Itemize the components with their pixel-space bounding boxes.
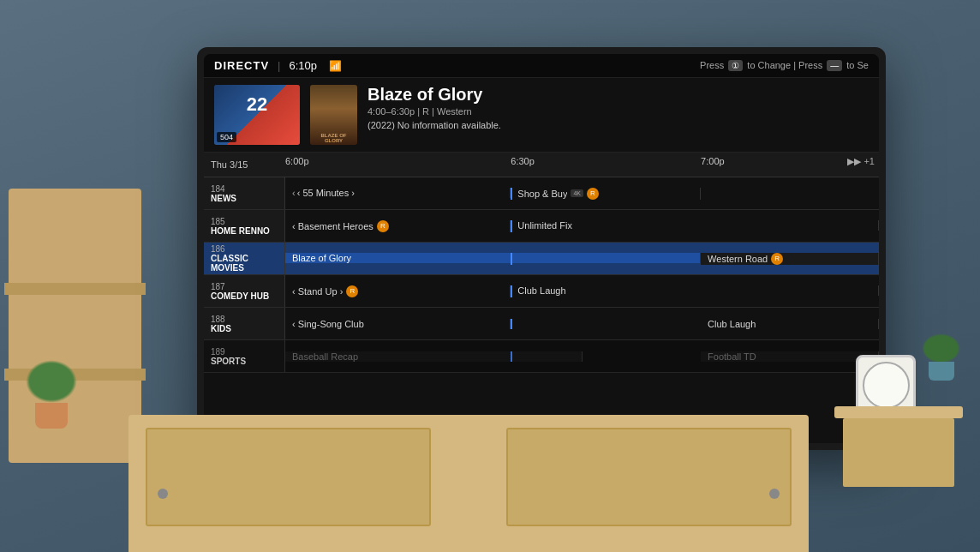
channel-number-187: 187 (211, 282, 278, 291)
tv-frame: DIRECTV | 6:10p 📶 Press ① to Change | Pr… (197, 47, 886, 450)
show-genre: Western (437, 106, 472, 117)
program-singsong[interactable]: ‹ Sing-Song Club (285, 319, 511, 329)
channel-name-188: KIDS (211, 324, 278, 333)
show-rating: R (422, 106, 429, 117)
current-time-indicator (511, 188, 512, 200)
channel-number-189: 189 (211, 347, 278, 357)
dtv-header: DIRECTV | 6:10p 📶 Press ① to Change | Pr… (204, 54, 879, 78)
wifi-icon: 📶 (329, 60, 342, 72)
key-badge-1: ① (728, 60, 743, 71)
program-football[interactable]: Football TD (701, 351, 879, 362)
small-plant (924, 333, 959, 381)
channel-label-189[interactable]: 189 SPORTS (204, 340, 285, 372)
badge-r: R (587, 188, 599, 200)
header-help: Press ① to Change | Press — to Se (700, 60, 869, 71)
program-blaze-glory[interactable]: Blaze of Glory (285, 253, 701, 263)
left-shelf (0, 120, 154, 463)
badge-r-186: R (771, 253, 783, 265)
badge-r-187: R (346, 285, 358, 297)
program-standup[interactable]: ‹ Stand Up › R (285, 285, 511, 297)
info-panel: 22 504 BLAZE OF GLORY Blaze of Glory 4:0… (204, 78, 879, 153)
directv-logo: DIRECTV (214, 59, 269, 72)
program-western-road[interactable]: Western Road R (701, 253, 879, 265)
current-time-indicator-187 (511, 285, 512, 297)
shelf-unit (9, 189, 141, 463)
program-unlimited-fix[interactable]: Unlimited Fix (511, 220, 879, 231)
timeline-7pm: 7:00p (701, 156, 725, 166)
current-time-indicator-186 (511, 253, 512, 265)
dresser-left-knob (158, 489, 168, 499)
show-meta: 4:00–6:30p | R | Western (368, 106, 869, 117)
shelf-board-1 (4, 283, 146, 295)
timeline-6pm: 6:00p (285, 156, 309, 166)
current-time: 6:10p (289, 59, 317, 72)
timeline-nav[interactable]: ▶▶ +1 (847, 156, 875, 167)
timeline-630pm: 6:30p (511, 156, 535, 166)
guide-row-188: 188 KIDS ‹ Sing-Song Club (204, 308, 879, 340)
program-club-laugh-187[interactable]: Club Laugh (511, 285, 879, 296)
guide-row-184: 184 NEWS ‹ 55 Minutes › (204, 177, 879, 210)
programs-186: Blaze of Glory Western Road R (285, 253, 879, 265)
channel-label-187[interactable]: 187 COMEDY HUB (204, 275, 285, 307)
badge-4k: 4K (571, 189, 583, 197)
channel-number-184: 184 (211, 184, 278, 194)
channel-label-185[interactable]: 185 HOME RENNO (204, 210, 285, 242)
timeline-date: Thu 3/15 (211, 159, 248, 170)
channel-name-187: COMEDY HUB (211, 291, 278, 301)
room: DIRECTV | 6:10p 📶 Press ① to Change | Pr… (0, 0, 980, 552)
guide-row-189: 189 SPORTS Baseball Recap (204, 340, 879, 373)
channel-number-185: 185 (211, 217, 278, 226)
guide-timeline: Thu 3/15 6:00p 6:30p 7:00p ▶▶ +1 (204, 153, 879, 177)
side-table-top (834, 406, 963, 418)
tv-screen: DIRECTV | 6:10p 📶 Press ① to Change | Pr… (204, 54, 879, 443)
key-badge-2: — (827, 60, 842, 71)
dresser (128, 415, 809, 552)
guide-row-186: 186 CLASSIC MOVIES Blaze of Glory (204, 243, 879, 275)
movie-thumb-title: BLAZE OF GLORY (310, 131, 357, 145)
channel-name-189: SPORTS (211, 357, 278, 366)
plant-leaves (26, 360, 77, 403)
dresser-right-door (506, 428, 792, 526)
program-shopbuy[interactable]: Shop & Buy 4K R (511, 188, 701, 200)
header-divider: | (278, 59, 280, 72)
guide-row-187: 187 COMEDY HUB ‹ Stand Up › R (204, 275, 879, 308)
channel-name-186: CLASSIC MOVIES (211, 254, 278, 273)
show-info: Blaze of Glory 4:00–6:30p | R | Western … (368, 85, 869, 145)
program-club-laugh-188[interactable]: Club Laugh (701, 319, 879, 329)
channel-name-185: HOME RENNO (211, 226, 278, 236)
badge-r-185: R (377, 220, 389, 232)
channel-label-188[interactable]: 188 KIDS (204, 308, 285, 339)
channel-thumbnail: 22 504 (214, 85, 300, 145)
programs-187: ‹ Stand Up › R Club Laugh (285, 285, 879, 297)
current-time-indicator-188 (511, 319, 512, 329)
channel-label-186[interactable]: 186 CLASSIC MOVIES (204, 243, 285, 274)
small-plant-pot (929, 362, 954, 381)
program-baseball[interactable]: Baseball Recap (285, 351, 583, 362)
dresser-left-door (146, 428, 431, 526)
channel-name-184: NEWS (211, 194, 278, 203)
movie-thumbnail: BLAZE OF GLORY (310, 85, 357, 145)
channel-number-188: 188 (211, 315, 278, 324)
jersey-number: 22 (247, 93, 267, 116)
side-table-leg (843, 418, 954, 487)
current-time-indicator-185 (511, 220, 512, 232)
program-guide: 184 NEWS ‹ 55 Minutes › (204, 177, 879, 443)
channel-number-186: 186 (211, 244, 278, 254)
plant-pot (34, 386, 69, 429)
show-title: Blaze of Glory (368, 85, 869, 105)
side-table (834, 381, 963, 552)
clock-face (863, 362, 910, 409)
program-basement-heroes[interactable]: ‹ Basement Heroes R (285, 220, 511, 232)
plant-pot-body (35, 403, 68, 429)
programs-189: Baseball Recap Football TD (285, 351, 879, 362)
channel-badge: 504 (217, 132, 236, 142)
channel-label-184[interactable]: 184 NEWS (204, 177, 285, 209)
small-plant-leaves (922, 333, 960, 363)
dresser-right-knob (769, 489, 780, 499)
programs-188: ‹ Sing-Song Club Club Laugh (285, 319, 879, 329)
show-description: (2022) No information available. (368, 120, 869, 130)
programs-184: ‹ 55 Minutes › Shop & Buy 4K R (285, 188, 879, 200)
program-55min[interactable]: ‹ 55 Minutes › (285, 188, 511, 198)
show-time: 4:00–6:30p (368, 106, 415, 117)
current-time-indicator-189 (511, 351, 512, 362)
